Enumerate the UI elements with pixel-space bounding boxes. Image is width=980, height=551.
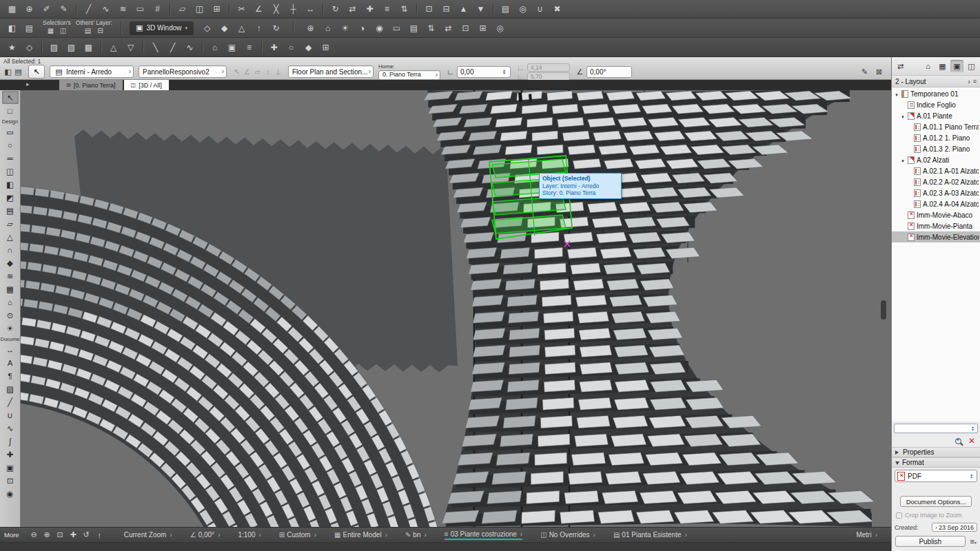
wall-icon[interactable]: ▱ [174,2,191,17]
text-tool[interactable]: A [2,356,19,369]
rectangle-icon[interactable]: ▭ [132,2,149,17]
diamond-icon[interactable]: ◆ [300,40,317,54]
drawing-tool[interactable]: ⊡ [2,474,19,487]
pen-2-icon[interactable]: ╱ [164,40,181,54]
layout-tree-item[interactable]: Temporaneo 01 [892,88,980,99]
render-settings-icon[interactable]: ◎ [491,21,509,35]
favorites-mini-icon[interactable]: ◧ [3,67,13,76]
layers-icon[interactable]: ▤ [497,2,514,17]
line-icon[interactable]: ╱ [80,2,97,17]
fill-tool[interactable]: ▨ [2,382,19,395]
marquee-mode-icon[interactable]: ▦ [44,26,57,36]
drag-icon[interactable]: ✚ [361,2,378,17]
current-zoom[interactable]: Current Zoom [124,531,172,539]
expander-icon[interactable] [900,156,906,164]
sheet-tools-icon[interactable]: ▤ [405,21,422,35]
multiply-icon[interactable]: ≡ [378,2,396,17]
pan-icon[interactable]: ✚ [67,530,80,539]
layer-selector[interactable]: ▤ Interni - Arredo [50,65,134,78]
door-tool[interactable]: ◧ [2,178,19,191]
expander-icon[interactable] [894,90,899,98]
window-tool[interactable]: ◫ [2,165,19,178]
sort-icon[interactable]: ⇅ [422,21,440,35]
document-options-button[interactable]: Document Options... [900,496,972,507]
origin-icon[interactable]: ⊕ [21,2,38,17]
arrow-tool-button[interactable]: ↖ [28,65,45,79]
gravity-icon[interactable]: ⊥ [273,67,283,76]
pen-set[interactable]: ≡03 Piante costruzione [445,530,522,540]
layout-tree-item[interactable]: A.02.2 A-02 Alzato Est [892,176,980,187]
working-units[interactable]: Metri [856,531,877,539]
stepper-icon[interactable] [501,67,507,76]
add-icon[interactable]: ✚ [265,40,283,54]
angle-input[interactable]: 0,00° [586,66,632,78]
options-box-icon[interactable]: ⊠ [874,67,884,76]
sun-settings-icon[interactable]: ☀ [336,21,354,35]
orbit-icon[interactable]: ↺ [80,530,93,539]
lamp-tool[interactable]: ☀ [2,322,19,335]
layout-tree-item[interactable]: A.02.4 A-04 Alzato Ov [892,198,980,209]
ungroup-icon[interactable]: ⊟ [438,2,455,17]
orbit-icon[interactable]: ↻ [267,21,285,35]
bring-forward-icon[interactable]: ▲ [455,2,472,17]
dimension-tool[interactable]: ↔ [2,343,19,356]
object-tool[interactable]: ⊙ [2,309,19,322]
layout-tree-item[interactable]: A.01.3 2. Piano [892,143,980,154]
curtain-wall-tool[interactable]: ▤ [2,204,19,217]
circle-icon[interactable]: ○ [283,40,300,54]
format-section-header[interactable]: Format [892,457,980,468]
checkbox-icon[interactable] [896,512,902,519]
layer-combination[interactable]: ⊞Custom [279,531,316,539]
pencil-icon[interactable]: ✎ [55,2,72,17]
fill-hatch-2-icon[interactable]: ▧ [63,40,80,54]
layer-visibility-icon[interactable]: ▤ [21,21,38,35]
intersect-icon[interactable]: ┼ [285,2,302,17]
camera-tool-tool[interactable]: ◉ [2,487,19,500]
capture-icon[interactable]: ⊡ [457,21,474,35]
3d-style-icon[interactable]: ◆ [216,21,233,35]
pen-1-icon[interactable]: ╲ [147,40,164,54]
shell-tool[interactable]: ∩ [2,243,19,256]
snap-grid-icon[interactable]: ▦ [3,2,21,17]
favorites-icon[interactable]: ★ [3,40,21,54]
brush-icon[interactable]: ✐ [38,2,55,17]
format-type-selector[interactable]: PDF [895,470,977,482]
rotate-icon[interactable]: ↻ [327,2,344,17]
fill-hatch-icon[interactable]: ▨ [45,40,63,54]
polygon-method-icon[interactable]: ▱ [252,67,263,76]
split-icon[interactable]: ╳ [267,2,285,17]
layout-tree-item[interactable]: Imm-Movie-Abaco [892,209,980,220]
arrow-tool[interactable]: ↖ [2,91,19,104]
tab-list-icon[interactable] [23,80,37,90]
transfer-settings-icon[interactable]: ⇄ [440,21,457,35]
send-backward-icon[interactable]: ▼ [472,2,489,17]
tool-settings-mini-icon[interactable]: ▤ [13,67,23,76]
home-view-icon[interactable]: ⌂ [319,21,336,35]
settings-icon[interactable]: ◎ [514,2,531,17]
apply-pen-icon[interactable]: ✎ [859,67,870,76]
wall-tool[interactable]: ▭ [2,125,19,138]
publisher-sets-icon[interactable]: ◫ [965,60,978,72]
layout-tools-icon[interactable]: ▭ [388,21,405,35]
hotspot-tool[interactable]: ✚ [2,448,19,461]
layout-tree-item[interactable]: Imm-Movie-Pianta [892,220,980,231]
stretch-icon[interactable]: ↔ [302,2,319,17]
marquee-tool[interactable]: □ [2,104,19,117]
defaults-icon[interactable]: ◇ [21,40,38,54]
tab-floor-plan[interactable]: ⊞ [0. Piano Terra] [59,80,123,90]
quick-select-icon[interactable]: ◧ [3,21,21,35]
graphic-overrides[interactable]: ◫No Overrides [540,531,595,539]
scale[interactable]: 1:100 [238,531,261,539]
zoom-search-icon[interactable] [955,438,961,444]
arrow-mode-icon[interactable]: ↖ [232,67,242,76]
trim-icon[interactable]: ∠ [250,2,267,17]
close-icon[interactable]: ✕ [968,437,975,445]
home-story-icon[interactable]: ⌂ [206,40,223,54]
layout-tree-item[interactable]: A.02 Alzati [892,154,980,165]
pen[interactable]: ✎bn [405,531,427,539]
viewport-scrollbar[interactable] [881,300,886,320]
layout-tree-item[interactable]: A.02.3 A-03 Alzato Su [892,187,980,198]
camera-icon[interactable]: ◉ [371,21,388,35]
project-chooser-icon[interactable]: ⇄ [894,60,907,72]
label-tool[interactable]: ¶ [2,369,19,382]
